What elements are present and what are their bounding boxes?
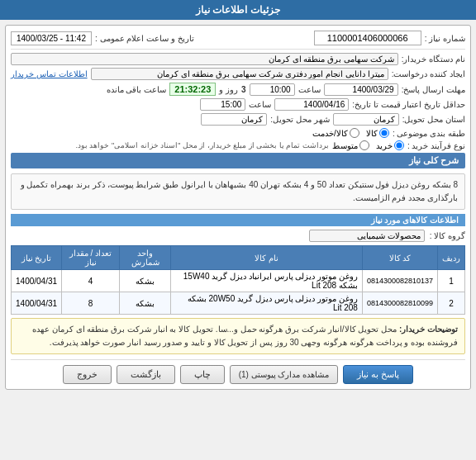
- table-row: 2 0814300082810099 روغن موتور دیزلی پارس…: [12, 292, 465, 315]
- table-row: 1 0814300082810137 روغن موتور دیزلی پارس…: [12, 270, 465, 292]
- nofarayand-motavset-option[interactable]: متوسط: [332, 140, 369, 150]
- shmare-niaz-label: شماره نیاز :: [425, 34, 465, 43]
- baqi-label: ساعت باقی مانده: [107, 85, 167, 94]
- group-row: گروه کالا :: [11, 230, 465, 242]
- col-vahed: واحد شمارش: [119, 246, 170, 270]
- modarek-button[interactable]: مشاهده مدارک پیوستی (1): [230, 365, 339, 384]
- shmare-niaz-box: شماره نیاز : 1100001406000066: [314, 31, 465, 45]
- cell-kod: 0814300082810137: [362, 270, 437, 292]
- ijad-label: ایجاد کننده درخواست:: [392, 69, 465, 78]
- tabaqe-kala-khadamat-option[interactable]: کالا/خدمت: [312, 128, 359, 138]
- mohlat-saat-input[interactable]: [250, 83, 295, 96]
- top-info-row: شماره نیاز : 1100001406000066 تاریخ و سا…: [11, 31, 465, 50]
- col-name: نام کالا: [171, 246, 363, 270]
- ijad-input[interactable]: [91, 68, 388, 80]
- hadd-label: حداقل تاریخ اعتبار قیمت تا تاریخ:: [352, 100, 465, 109]
- nofarayand-radio-group: خرید متوسط: [332, 140, 404, 150]
- col-tarikh: تاریخ نیاز: [12, 246, 62, 270]
- tarikh-value: 1400/03/25 - 11:42: [11, 31, 92, 45]
- sharh-text: 8 بشکه روغن دیزل فول سنتیکن تعداد 50 و 4…: [11, 173, 465, 210]
- cell-tarikh: 1400/04/31: [12, 292, 62, 315]
- dastgah-row: نام دستگاه خریدار:: [11, 53, 465, 65]
- nofarayand-kharid-option[interactable]: خرید: [376, 140, 404, 150]
- mohlat-saat-label: ساعت: [298, 85, 321, 94]
- nofarayand-desc: برداشت تمام یا بخشی از مبلغ خریدار، از م…: [75, 141, 328, 149]
- cell-radif: 2: [438, 292, 465, 315]
- pasokh-button[interactable]: پاسخ به نیاز: [343, 365, 413, 384]
- countdown-day-label: روز و: [219, 85, 238, 94]
- tabaqe-row: طبقه بندی موضوعی : کالا کالا/خدمت: [11, 128, 465, 138]
- tabaqe-kala-option[interactable]: کالا: [366, 128, 389, 138]
- cell-kod: 0814300082810099: [362, 292, 437, 315]
- ostan-label: استان محل تحویل:: [402, 115, 465, 124]
- mohlat-tarikh-input[interactable]: [324, 83, 398, 96]
- countdown-days: 3: [241, 85, 246, 94]
- tabaqe-label: طبقه بندی موضوعی :: [393, 129, 465, 138]
- shahr-label: شهر محل تحویل:: [270, 115, 329, 124]
- nofarayand-kharid-radio[interactable]: [394, 140, 404, 150]
- tawzih-text: محل تحویل کالا/انبار شرکت برق هرگونه حمل…: [32, 325, 458, 347]
- khoroj-button[interactable]: خروج: [63, 365, 112, 384]
- ijad-row: ایجاد کننده درخواست: اطلاعات تماس خریدار: [11, 68, 465, 80]
- dastgah-input[interactable]: [11, 53, 398, 65]
- hadd-row: حداقل تاریخ اعتبار قیمت تا تاریخ: ساعت: [11, 98, 465, 111]
- mohlat-row: مهلت ارسال پاسخ: ساعت 3 روز و 21:32:23 س…: [11, 83, 465, 96]
- bazgasht-button[interactable]: بازگشت: [117, 365, 175, 384]
- cell-tedad: 8: [62, 292, 120, 315]
- cell-vahed: بشکه: [119, 292, 170, 315]
- ettelaat-link[interactable]: اطلاعات تماس خریدار: [11, 69, 88, 78]
- hadd-saat-input[interactable]: [200, 98, 245, 111]
- chap-button[interactable]: چاپ: [180, 365, 225, 384]
- group-input[interactable]: [309, 230, 425, 242]
- tarikh-label: تاریخ و ساعت اعلام عمومی :: [95, 34, 194, 43]
- main-container: شماره نیاز : 1100001406000066 تاریخ و سا…: [5, 25, 471, 390]
- cell-name: روغن موتور دیزلی پارس دیزل گرید 20W50 بش…: [171, 292, 363, 315]
- ostan-shahr-row: استان محل تحویل: شهر محل تحویل:: [11, 113, 465, 126]
- header-title: جزئیات اطلاعات نیاز: [196, 4, 280, 16]
- kala-table: ردیف کد کالا نام کالا واحد شمارش تعداد /…: [11, 245, 465, 315]
- page-header: جزئیات اطلاعات نیاز: [0, 0, 476, 20]
- hadd-tarikh-input[interactable]: [274, 98, 349, 111]
- sharh-section-title: شرح کلی نیاز: [11, 153, 465, 168]
- cell-vahed: بشکه: [119, 270, 170, 292]
- cell-name: روغن موتور دیزلی پارس ایرانباد دیزل گرید…: [171, 270, 363, 292]
- nofarayand-motavset-radio[interactable]: [359, 140, 369, 150]
- hadd-saat-label: ساعت: [249, 100, 271, 109]
- col-tedad: تعداد / مقدار نیاز: [62, 246, 120, 270]
- shahr-input[interactable]: [201, 113, 267, 126]
- cell-tedad: 4: [62, 270, 120, 292]
- tarikh-box: تاریخ و ساعت اعلام عمومی : 1400/03/25 - …: [11, 31, 194, 45]
- mohlat-label: مهلت ارسال پاسخ:: [402, 85, 465, 94]
- cell-radif: 1: [438, 270, 465, 292]
- tabaqe-radio-group: کالا کالا/خدمت: [312, 128, 389, 138]
- nofarayand-label: نوع فرآیند خرید :: [407, 141, 465, 150]
- group-label: گروه کالا :: [430, 231, 465, 240]
- ostan-input[interactable]: [333, 113, 399, 126]
- nofarayand-row: نوع فرآیند خرید : خرید متوسط برداشت تمام…: [11, 140, 465, 150]
- tawzih-title: توضیحات خریدار:: [399, 325, 458, 334]
- countdown-time: 21:32:23: [169, 83, 216, 96]
- bottom-buttons: پاسخ به نیاز مشاهده مدارک پیوستی (1) چاپ…: [11, 359, 465, 384]
- tabaqe-kala-khadamat-radio[interactable]: [350, 128, 359, 138]
- kala-info-title: اطلاعات کالاهای مورد نیاز: [11, 214, 465, 226]
- dastgah-label: نام دستگاه خریدار:: [402, 55, 465, 64]
- tawzih-box: توضیحات خریدار: محل تحویل کالا/انبار شرک…: [11, 318, 465, 354]
- tabaqe-kala-radio[interactable]: [379, 128, 389, 138]
- shmare-niaz-value: 1100001406000066: [314, 31, 421, 45]
- col-radif: ردیف: [438, 246, 465, 270]
- col-kod: کد کالا: [362, 246, 437, 270]
- cell-tarikh: 1400/04/31: [12, 270, 62, 292]
